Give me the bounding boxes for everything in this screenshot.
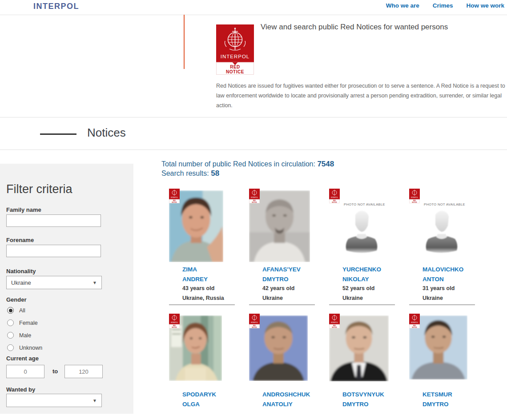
- family-name[interactable]: ANDROSHCHUK: [262, 390, 329, 400]
- family-name[interactable]: YURCHENKO: [342, 265, 409, 275]
- age: 31 years old: [422, 284, 489, 294]
- forename[interactable]: ANTON: [422, 275, 489, 284]
- notice-card[interactable]: INTERPOL RED NOTICE PHOTO NOT AVAILABLE: [329, 189, 409, 305]
- gender-option-male[interactable]: Male: [7, 332, 31, 339]
- notice-card[interactable]: INTERPOL RED NOTICE: [169, 189, 249, 305]
- silhouette-placeholder-icon[interactable]: [343, 210, 380, 254]
- notice-photo[interactable]: INTERPOL RED NOTICE: [249, 189, 329, 262]
- svg-text:INTERPOL: INTERPOL: [221, 54, 250, 59]
- family-name[interactable]: ZIMA: [182, 265, 249, 275]
- radio-icon[interactable]: [7, 332, 14, 339]
- notice-card[interactable]: INTERPOL RED NOTICE PHOTO NOT AVAILABLE: [409, 189, 489, 305]
- svg-text:NOTICE: NOTICE: [252, 202, 257, 203]
- family-name-label: Family name: [6, 206, 41, 213]
- gender-option-unknown[interactable]: Unknown: [7, 344, 42, 351]
- forename[interactable]: DMYTRO: [342, 400, 409, 409]
- svg-text:NOTICE: NOTICE: [412, 202, 417, 203]
- notice-card-info[interactable]: KETSMUR DMYTRO: [409, 388, 489, 409]
- svg-text:NOTICE: NOTICE: [412, 327, 417, 328]
- gender-label: Gender: [6, 296, 27, 303]
- notice-card-info[interactable]: ANDROSHCHUK ANATOLIY: [249, 388, 329, 409]
- main-nav: Who we are Crimes How we work: [386, 2, 504, 9]
- radio-checked-icon[interactable]: [7, 307, 14, 314]
- red-notice-badge-icon: INTERPOL RED NOTICE: [329, 189, 340, 203]
- age-min-input[interactable]: [6, 365, 44, 378]
- nav-crimes[interactable]: Crimes: [433, 2, 453, 9]
- family-name[interactable]: MALOVICHKO: [422, 265, 489, 275]
- notice-photo[interactable]: INTERPOL RED NOTICE: [169, 189, 249, 262]
- section-title: Notices: [87, 126, 126, 140]
- red-notice-description: Red Notices are issued for fugitives wan…: [216, 81, 507, 110]
- svg-text:INTERPOL: INTERPOL: [171, 197, 178, 198]
- family-name-input[interactable]: [6, 214, 101, 227]
- chevron-down-icon: ▼: [93, 280, 97, 285]
- svg-text:RED: RED: [230, 65, 240, 69]
- family-name[interactable]: BOTSVYNYUK: [342, 390, 409, 400]
- red-notice-badge-icon: INTERPOL RED NOTICE: [249, 189, 260, 203]
- nationality: Ukraine: [342, 294, 409, 303]
- nationality-selected-value: Ukraine: [11, 279, 31, 286]
- red-notice-logo-icon: INTERPOL RED NOTICE: [216, 24, 254, 75]
- current-age-label: Current age: [6, 355, 39, 362]
- wanted-by-select[interactable]: ▼: [6, 394, 102, 407]
- radio-icon[interactable]: [7, 319, 14, 326]
- gender-option-all[interactable]: All: [7, 307, 25, 314]
- svg-text:INTERPOL: INTERPOL: [251, 322, 258, 323]
- notice-card-info[interactable]: YURCHENKO NIKOLAY 52 years old Ukraine: [329, 262, 409, 303]
- red-notice-badge-icon: INTERPOL RED NOTICE: [249, 314, 260, 328]
- card-separator: [249, 304, 315, 305]
- notice-photo[interactable]: INTERPOL RED NOTICE PHOTO NOT AVAILABLE: [409, 189, 489, 262]
- wanted-by-label: Wanted by: [6, 386, 35, 393]
- age: 42 years old: [262, 284, 329, 294]
- age-max-input[interactable]: [64, 365, 103, 378]
- notice-card-info[interactable]: SPODARYK OLGA: [169, 388, 249, 409]
- forename[interactable]: ANDREY: [182, 275, 249, 284]
- notice-card[interactable]: INTERPOL RED NOTICE: [249, 189, 329, 305]
- svg-text:INTERPOL: INTERPOL: [331, 197, 338, 198]
- notice-card[interactable]: INTERPOL RED NOTICE: [329, 314, 409, 409]
- notice-photo[interactable]: INTERPOL RED NOTICE: [329, 314, 409, 388]
- notice-photo[interactable]: INTERPOL RED NOTICE: [169, 314, 249, 388]
- forename-label: Forename: [6, 237, 34, 243]
- notice-card-info[interactable]: MALOVICHKO ANTON 31 years old Ukraine: [409, 262, 489, 303]
- forename[interactable]: OLGA: [182, 400, 249, 409]
- notice-card-info[interactable]: BOTSVYNYUK DMYTRO: [329, 388, 409, 409]
- filter-title: Filter criteria: [6, 182, 72, 196]
- notice-card-info[interactable]: ZIMA ANDREY 43 years old Ukraine, Russia: [169, 262, 249, 303]
- notice-photo[interactable]: INTERPOL RED NOTICE: [249, 314, 329, 388]
- notice-card-info[interactable]: AFANAS'YEV DMYTRO 42 years old Ukraine: [249, 262, 329, 303]
- forename[interactable]: DMYTRO: [262, 275, 329, 284]
- forename-input[interactable]: [6, 245, 101, 257]
- notice-card[interactable]: INTERPOL RED NOTICE KET: [409, 314, 489, 409]
- notice-photo[interactable]: INTERPOL RED NOTICE: [409, 314, 489, 388]
- age-to-label: to: [52, 368, 58, 375]
- notice-card[interactable]: INTERPOL RED NOTICE: [169, 314, 249, 409]
- svg-text:NOTICE: NOTICE: [226, 69, 244, 74]
- svg-text:NOTICE: NOTICE: [172, 327, 177, 328]
- total-notices-value: 7548: [317, 160, 334, 168]
- top-header: INTERPOL Who we are Crimes How we work: [0, 0, 507, 15]
- nav-how-we-work[interactable]: How we work: [466, 2, 504, 9]
- notices-section-band: Notices: [0, 117, 507, 150]
- interpol-wordmark[interactable]: INTERPOL: [33, 2, 79, 11]
- svg-text:NOTICE: NOTICE: [332, 202, 337, 203]
- gender-option-female[interactable]: Female: [7, 319, 38, 326]
- family-name[interactable]: SPODARYK: [182, 390, 249, 400]
- nationality-select[interactable]: Ukraine ▼: [6, 276, 102, 289]
- notice-card[interactable]: INTERPOL RED NOTICE AND: [249, 314, 329, 409]
- svg-text:INTERPOL: INTERPOL: [331, 322, 338, 323]
- radio-icon[interactable]: [7, 344, 14, 351]
- nav-who-we-are[interactable]: Who we are: [386, 2, 419, 9]
- svg-text:INTERPOL: INTERPOL: [251, 197, 258, 198]
- family-name[interactable]: KETSMUR: [422, 390, 489, 400]
- nationality: Ukraine: [262, 294, 329, 303]
- chevron-down-icon: ▼: [93, 398, 97, 403]
- notice-photo[interactable]: INTERPOL RED NOTICE PHOTO NOT AVAILABLE: [329, 189, 409, 262]
- forename[interactable]: DMYTRO: [422, 400, 489, 409]
- red-notice-badge-icon: INTERPOL RED NOTICE: [169, 189, 180, 203]
- family-name[interactable]: AFANAS'YEV: [262, 265, 329, 275]
- results-summary: Total number of public Red Notices in ci…: [161, 159, 334, 178]
- forename[interactable]: ANATOLIY: [262, 400, 329, 409]
- silhouette-placeholder-icon[interactable]: [423, 210, 460, 254]
- forename[interactable]: NIKOLAY: [342, 275, 409, 284]
